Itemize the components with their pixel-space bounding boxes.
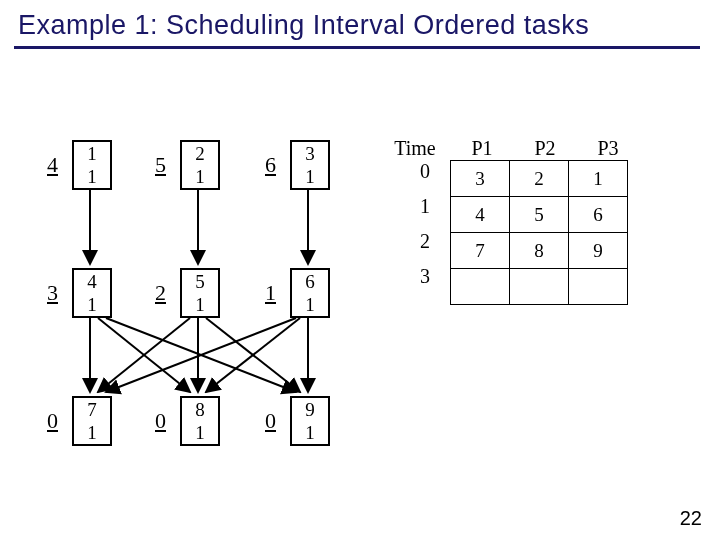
cell: 4 bbox=[451, 197, 510, 233]
svg-line-5 bbox=[106, 318, 296, 392]
priority-node-5: 2 bbox=[144, 280, 166, 306]
node-id: 1 bbox=[87, 144, 97, 163]
node-weight: 1 bbox=[195, 295, 205, 314]
node-id: 6 bbox=[305, 272, 315, 291]
priority-node-4: 3 bbox=[36, 280, 58, 306]
node-id: 5 bbox=[195, 272, 205, 291]
svg-line-8 bbox=[206, 318, 300, 392]
svg-line-4 bbox=[98, 318, 190, 392]
table-row: 4 5 6 bbox=[451, 197, 628, 233]
cell: 6 bbox=[569, 197, 628, 233]
time-label: Time bbox=[390, 137, 440, 160]
node-weight: 1 bbox=[195, 167, 205, 186]
cell-empty bbox=[451, 269, 510, 305]
cell: 5 bbox=[510, 197, 569, 233]
node-weight: 1 bbox=[305, 167, 315, 186]
task-node-8: 81 bbox=[180, 396, 220, 446]
time-1: 1 bbox=[420, 195, 430, 218]
node-weight: 1 bbox=[305, 295, 315, 314]
node-weight: 1 bbox=[87, 295, 97, 314]
proc-header-1: P1 bbox=[462, 137, 502, 160]
node-id: 3 bbox=[305, 144, 315, 163]
svg-line-9 bbox=[106, 318, 296, 392]
cell: 2 bbox=[510, 161, 569, 197]
cell: 8 bbox=[510, 233, 569, 269]
task-node-4: 41 bbox=[72, 268, 112, 318]
priority-node-2: 5 bbox=[144, 152, 166, 178]
title-underline bbox=[14, 46, 700, 49]
table-row bbox=[451, 269, 628, 305]
priority-node-8: 0 bbox=[144, 408, 166, 434]
node-id: 4 bbox=[87, 272, 97, 291]
priority-node-7: 0 bbox=[36, 408, 58, 434]
priority-node-1: 4 bbox=[36, 152, 58, 178]
node-weight: 1 bbox=[195, 423, 205, 442]
node-id: 7 bbox=[87, 400, 97, 419]
node-weight: 1 bbox=[87, 167, 97, 186]
page-title: Example 1: Scheduling Interval Ordered t… bbox=[18, 10, 589, 41]
priority-node-9: 0 bbox=[254, 408, 276, 434]
cell: 7 bbox=[451, 233, 510, 269]
node-id: 8 bbox=[195, 400, 205, 419]
table-row: 7 8 9 bbox=[451, 233, 628, 269]
proc-header-2: P2 bbox=[525, 137, 565, 160]
schedule-table: 3 2 1 4 5 6 7 8 9 bbox=[450, 160, 628, 305]
cell-empty bbox=[569, 269, 628, 305]
time-0: 0 bbox=[420, 160, 430, 183]
task-node-7: 71 bbox=[72, 396, 112, 446]
task-node-1: 11 bbox=[72, 140, 112, 190]
time-3: 3 bbox=[420, 265, 430, 288]
task-node-5: 51 bbox=[180, 268, 220, 318]
page-number: 22 bbox=[680, 507, 702, 530]
cell-empty bbox=[510, 269, 569, 305]
task-node-2: 21 bbox=[180, 140, 220, 190]
priority-node-3: 6 bbox=[254, 152, 276, 178]
task-node-6: 61 bbox=[290, 268, 330, 318]
node-id: 2 bbox=[195, 144, 205, 163]
node-weight: 1 bbox=[305, 423, 315, 442]
node-weight: 1 bbox=[87, 423, 97, 442]
cell: 3 bbox=[451, 161, 510, 197]
task-node-9: 91 bbox=[290, 396, 330, 446]
table-row: 3 2 1 bbox=[451, 161, 628, 197]
cell: 9 bbox=[569, 233, 628, 269]
svg-line-10 bbox=[206, 318, 300, 392]
cell: 1 bbox=[569, 161, 628, 197]
node-id: 9 bbox=[305, 400, 315, 419]
svg-line-6 bbox=[98, 318, 190, 392]
time-2: 2 bbox=[420, 230, 430, 253]
proc-header-3: P3 bbox=[588, 137, 628, 160]
task-node-3: 31 bbox=[290, 140, 330, 190]
priority-node-6: 1 bbox=[254, 280, 276, 306]
